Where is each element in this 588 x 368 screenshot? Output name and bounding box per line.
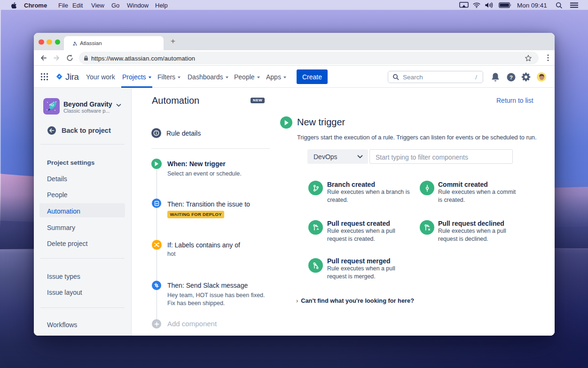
svg-text:?: ?: [509, 74, 512, 80]
